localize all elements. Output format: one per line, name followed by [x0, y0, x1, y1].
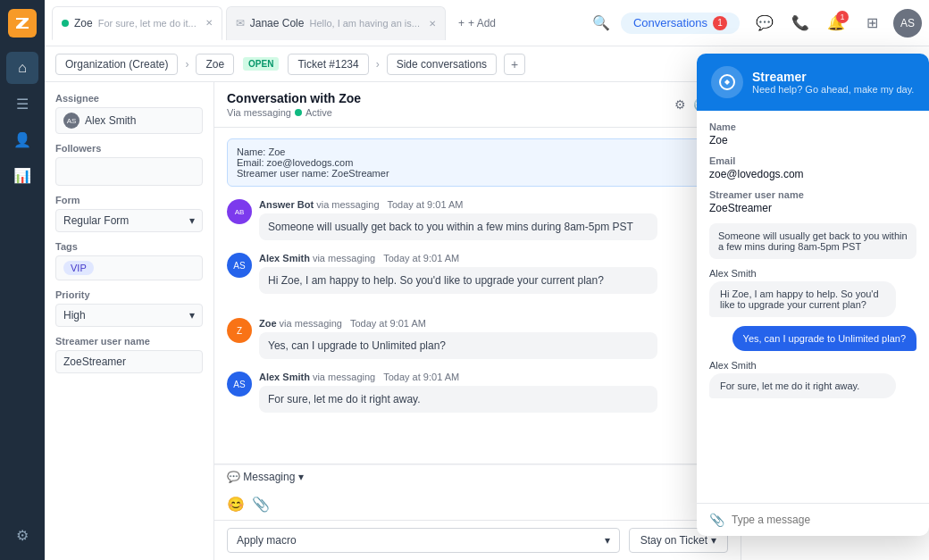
notification-badge: 1 [836, 11, 849, 23]
streamer-message-input[interactable] [732, 514, 916, 526]
chevron-down-icon: ▾ [711, 534, 716, 547]
streamer-popup: Streamer Need help? Go ahead, make my da… [697, 54, 929, 536]
breadcrumb-side[interactable]: Side conversations [387, 54, 497, 75]
macro-bar: Apply macro ▾ Stay on Ticket ▾ [214, 520, 741, 560]
top-icons-group: 💬 📞 🔔 1 ⊞ AS [750, 9, 922, 38]
streamer-subtitle: Need help? Go ahead, make my day. [752, 84, 914, 95]
sidebar-item-settings[interactable]: ⚙ [6, 519, 38, 551]
messaging-label[interactable]: 💬 Messaging ▾ [227, 471, 304, 483]
username-label: Streamer user name [709, 189, 916, 200]
attach-icon[interactable]: 📎 [252, 496, 270, 513]
tab-janae-close[interactable]: ✕ [429, 19, 436, 29]
phone-icon[interactable]: 📞 [786, 9, 815, 38]
email-icon: ✉ [236, 17, 245, 29]
message-header: Zoe via messaging Today at 9:01 AM [259, 318, 728, 329]
emoji-icon[interactable]: 😊 [227, 496, 245, 513]
conversations-badge: 1 [713, 16, 727, 30]
plus-icon: + [458, 17, 464, 29]
assignee-name: Alex Smith [85, 114, 136, 127]
tab-zoe[interactable]: Zoe For sure, let me do it... ✕ [52, 6, 222, 40]
sidebar: ⌂ ☰ 👤 📊 ⚙ [0, 0, 45, 560]
form-value: Regular Form [63, 214, 129, 227]
message-content: Alex Smith via messaging Today at 9:01 A… [259, 372, 728, 424]
tags-label: Tags [55, 241, 203, 252]
chat-sender-alex-2: Alex Smith [709, 360, 916, 371]
tags-field[interactable]: VIP [55, 255, 203, 280]
streamer-field-email: Email zoe@lovedogs.com [709, 155, 916, 180]
assignee-avatar: AS [63, 113, 80, 129]
conversation-title: Conversation with Zoe [227, 91, 361, 105]
tab-zoe-close[interactable]: ✕ [205, 18, 213, 28]
notifications-icon[interactable]: 🔔 1 [822, 9, 850, 38]
zoe-avatar: Z [227, 318, 252, 343]
chat-icon[interactable]: 💬 [750, 9, 779, 38]
conversation-messages: Name: ZoeEmail: zoe@lovedogs.comStreamer… [214, 128, 741, 464]
chevron-down-icon: ▾ [605, 534, 610, 547]
streamer-label: Streamer user name [55, 336, 203, 347]
followers-field[interactable] [55, 157, 203, 186]
message-header: Answer Bot via messaging Today at 9:01 A… [259, 199, 728, 210]
macro-select[interactable]: Apply macro ▾ [227, 528, 620, 553]
tab-bar: Zoe For sure, let me do it... ✕ ✉ Janae … [45, 0, 929, 46]
form-select[interactable]: Regular Form ▾ [55, 209, 203, 232]
streamer-attach-icon[interactable]: 📎 [709, 513, 724, 527]
breadcrumb-add[interactable]: + [504, 54, 525, 75]
priority-select[interactable]: High ▾ [55, 304, 203, 327]
sidebar-item-reports[interactable]: 📊 [6, 159, 38, 191]
add-tab-label: + Add [468, 17, 496, 29]
tab-janae[interactable]: ✉ Janae Cole Hello, I am having an is...… [226, 6, 446, 40]
chat-bubble-blue: Yes, can I upgrade to Unlimited plan? [732, 326, 916, 351]
add-tab-button[interactable]: + + Add [449, 9, 505, 38]
streamer-chat-alex-1: Alex Smith Hi Zoe, I am happy to help. S… [709, 268, 916, 317]
email-value: zoe@lovedogs.com [709, 168, 916, 180]
sidebar-item-contacts[interactable]: 👤 [6, 123, 38, 155]
alex-avatar: AS [227, 253, 252, 278]
message-bubble: Hi Zoe, I am happy to help. So you'd lik… [259, 267, 657, 294]
breadcrumb-sep-2: › [376, 58, 380, 71]
streamer-title: Streamer [752, 70, 914, 84]
chat-sender-alex: Alex Smith [709, 268, 916, 279]
message-item: AS Alex Smith via messaging Today at 9:0… [227, 253, 728, 305]
message-content: Answer Bot via messaging Today at 9:01 A… [259, 199, 728, 240]
conversation-header: Conversation with Zoe Via messaging Acti… [214, 82, 741, 128]
message-input[interactable] [277, 498, 695, 511]
name-value: Zoe [709, 134, 916, 146]
chevron-down-icon: ▾ [189, 309, 195, 322]
sidebar-item-home[interactable]: ⌂ [6, 52, 38, 84]
bot-avatar: AB [227, 199, 252, 224]
breadcrumb-ticket[interactable]: Ticket #1234 [288, 54, 368, 75]
search-button[interactable]: 🔍 [592, 14, 610, 31]
priority-value: High [63, 309, 86, 322]
streamer-field[interactable]: ZoeStreamer [55, 350, 203, 373]
breadcrumb-org[interactable]: Organization (Create) [55, 54, 178, 75]
message-bubble: For sure, let me do it right away. [259, 386, 657, 413]
followers-label: Followers [55, 143, 203, 154]
streamer-title-group: Streamer Need help? Go ahead, make my da… [752, 70, 914, 95]
message-header: Alex Smith via messaging Today at 9:01 A… [259, 372, 728, 382]
sidebar-item-inbox[interactable]: ☰ [6, 88, 38, 120]
active-dot [295, 109, 302, 116]
streamer-chat-zoe: Yes, can I upgrade to Unlimited plan? [709, 326, 916, 351]
grid-icon[interactable]: ⊞ [858, 9, 886, 38]
breadcrumb-status: OPEN [243, 57, 279, 71]
conversations-tab[interactable]: Conversations 1 [621, 13, 740, 34]
user-avatar[interactable]: AS [893, 9, 922, 38]
priority-label: Priority [55, 289, 203, 300]
email-label: Email [709, 155, 916, 166]
left-panel: Assignee AS Alex Smith Followers Form Re… [45, 82, 214, 560]
conversation-footer: 💬 Messaging ▾ 😊 📎 Send Apply macro ▾ Sta [214, 464, 741, 560]
message-item: AS Alex Smith via messaging Today at 9:0… [227, 372, 728, 424]
message-item: Z Zoe via messaging Today at 9:01 AM Yes… [227, 318, 728, 359]
streamer-footer: 📎 [697, 503, 929, 536]
read-status-2: ✓✓ [259, 414, 728, 424]
assignee-field: AS Alex Smith [55, 107, 203, 134]
stay-label: Stay on Ticket [640, 534, 707, 547]
toolbar-icons: 💬 Messaging ▾ [227, 471, 304, 483]
breadcrumb-zoe[interactable]: Zoe [196, 54, 234, 75]
message-bubble: Yes, can I upgrade to Unlimited plan? [259, 332, 657, 359]
name-label: Name [709, 121, 916, 132]
filter-icon[interactable]: ⚙ [674, 97, 686, 112]
conv-toolbar: 💬 Messaging ▾ [214, 464, 741, 489]
status-label: Active [305, 107, 332, 118]
streamer-field-username: Streamer user name ZoeStreamer [709, 189, 916, 214]
